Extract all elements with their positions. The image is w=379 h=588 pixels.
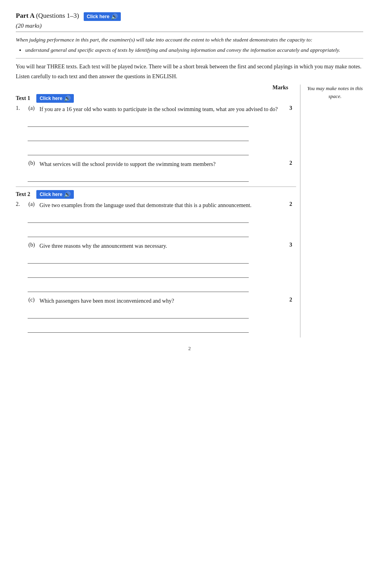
answer-line[interactable] — [28, 281, 249, 292]
answer-line[interactable] — [28, 116, 249, 127]
answer-line[interactable] — [28, 171, 249, 182]
answer-line[interactable] — [28, 322, 249, 333]
text1-label-row: Text 1 Click here 🔊 — [16, 94, 296, 103]
q2b-marks: 3 — [284, 242, 296, 248]
instruction-line-2: Listen carefully to each text and then a… — [16, 72, 363, 81]
section-rule-1 — [16, 58, 363, 58]
marks-line: (20 marks) — [16, 23, 363, 29]
q2c-answer-lines — [28, 307, 296, 333]
q2c-text: Which passengers have been most inconven… — [39, 297, 284, 305]
question-1a-block: 1. (a) If you are a 16 year old who want… — [16, 105, 296, 155]
page: Part A (Questions 1–3) Click here 🔊 (20 … — [0, 0, 379, 588]
instructions-block: You will hear THREE texts. Each text wil… — [16, 62, 363, 81]
content-with-sidebar: Marks Text 1 Click here 🔊 1. (a) If you … — [16, 85, 363, 337]
bullet-list: understand general and specific aspects … — [25, 46, 363, 54]
marks-header-label: Marks — [272, 85, 288, 91]
sidebar-label: You may make notes in this space. — [307, 85, 363, 99]
top-rule — [16, 32, 363, 32]
q2b-text: Give three reasons why the announcement … — [39, 242, 284, 250]
sidebar: You may make notes in this space. — [300, 85, 363, 337]
q2b-answer-lines — [28, 253, 296, 292]
question-2c-block: (c) Which passengers have been most inco… — [16, 297, 296, 333]
instruction-line-1: You will hear THREE texts. Each text wil… — [16, 62, 363, 71]
q2a-answer-lines — [28, 212, 296, 237]
question-2a-row: 2. (a) Give two examples from the langua… — [16, 201, 296, 209]
question-2b-row: (b) Give three reasons why the announcem… — [16, 242, 296, 250]
answer-line[interactable] — [28, 253, 249, 264]
speaker-icon-text2: 🔊 — [64, 191, 71, 198]
q1a-text: If you are a 16 year old who wants to pa… — [39, 105, 284, 113]
q2a-letter: (a) — [28, 201, 39, 207]
q1b-letter: (b) — [28, 160, 39, 166]
q2-number: 2. — [16, 201, 28, 207]
click-here-button-header[interactable]: Click here 🔊 — [84, 12, 121, 21]
click-here-label: Click here — [87, 14, 109, 19]
question-2a-block: 2. (a) Give two examples from the langua… — [16, 201, 296, 237]
bullet-item-1: understand general and specific aspects … — [25, 46, 363, 54]
click-here-button-text1[interactable]: Click here 🔊 — [36, 94, 73, 103]
page-number: 2 — [16, 345, 363, 352]
answer-line[interactable] — [28, 226, 249, 237]
q1a-marks: 3 — [284, 105, 296, 111]
questions-area: Marks Text 1 Click here 🔊 1. (a) If you … — [16, 85, 300, 337]
question-2b-block: (b) Give three reasons why the announcem… — [16, 242, 296, 292]
click-here-label-text1: Click here — [39, 96, 62, 101]
q1a-letter: (a) — [28, 105, 39, 111]
text2-label: Text 2 — [16, 191, 30, 198]
section-divider-2 — [16, 187, 296, 187]
q2a-marks: 2 — [284, 201, 296, 207]
text1-label: Text 1 — [16, 95, 30, 102]
answer-line[interactable] — [28, 212, 249, 223]
answer-line[interactable] — [28, 130, 249, 141]
question-2c-row: (c) Which passengers have been most inco… — [16, 297, 296, 305]
answer-line[interactable] — [28, 267, 249, 278]
text2-label-row: Text 2 Click here 🔊 — [16, 190, 296, 199]
q2c-letter: (c) — [28, 297, 39, 303]
q2c-marks: 2 — [284, 297, 296, 303]
answer-line[interactable] — [28, 307, 249, 318]
click-here-label-text2: Click here — [39, 192, 62, 197]
answer-line[interactable] — [28, 144, 249, 155]
q1b-marks: 2 — [284, 160, 296, 166]
q1b-text: What services will the school provide to… — [39, 160, 284, 168]
click-here-button-text2[interactable]: Click here 🔊 — [36, 190, 73, 199]
question-1b-row: (b) What services will the school provid… — [16, 160, 296, 168]
speaker-icon: 🔊 — [111, 13, 118, 20]
question-1a-row: 1. (a) If you are a 16 year old who want… — [16, 105, 296, 113]
intro-text: When judging performance in this part, t… — [16, 36, 363, 44]
q2a-text: Give two examples from the language used… — [39, 201, 284, 209]
part-title-block: Part A (Questions 1–3) Click here 🔊 — [16, 12, 121, 21]
question-1b-block: (b) What services will the school provid… — [16, 160, 296, 182]
speaker-icon-text1: 🔊 — [64, 95, 71, 102]
header-section: Part A (Questions 1–3) Click here 🔊 — [16, 12, 363, 21]
part-subtitle: (Questions 1–3) — [36, 12, 79, 19]
q1-number: 1. — [16, 105, 28, 111]
q1b-answer-lines — [28, 171, 296, 182]
q1a-answer-lines — [28, 116, 296, 155]
marks-header-row: Marks — [16, 85, 296, 91]
q2b-letter: (b) — [28, 242, 39, 248]
part-title: Part A — [16, 12, 35, 19]
